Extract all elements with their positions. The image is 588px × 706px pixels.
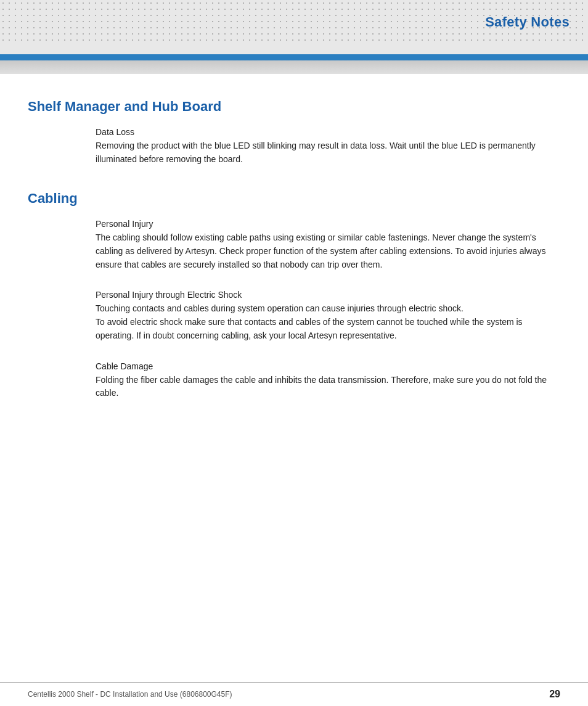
header-title-area: Safety Notes (0, 0, 588, 44)
section-shelf-manager: Shelf Manager and Hub Board Data Loss Re… (28, 99, 560, 166)
blue-stripe (0, 54, 588, 60)
section-heading-shelf-manager: Shelf Manager and Hub Board (28, 99, 560, 115)
footer-left-text: Centellis 2000 Shelf - DC Installation a… (28, 690, 232, 699)
note-block-personal-injury: Personal Injury The cabling should follo… (96, 219, 560, 271)
section-cabling: Cabling Personal Injury The cabling shou… (28, 191, 560, 400)
note-body-data-loss: Removing the product with the blue LED s… (96, 139, 560, 166)
gray-bar (0, 60, 588, 74)
note-body-electric-shock: Touching contacts and cables during syst… (96, 302, 560, 342)
note-block-cable-damage: Cable Damage Folding the fiber cable dam… (96, 361, 560, 400)
note-block-electric-shock: Personal Injury through Electric Shock T… (96, 290, 560, 342)
footer-page-number: 29 (549, 689, 560, 700)
content-area: Shelf Manager and Hub Board Data Loss Re… (0, 74, 588, 456)
section-heading-cabling: Cabling (28, 191, 560, 207)
note-body-cable-damage: Folding the fiber cable damages the cabl… (96, 374, 560, 400)
note-title-personal-injury: Personal Injury (96, 219, 560, 229)
note-block-data-loss: Data Loss Removing the product with the … (96, 127, 560, 166)
header: Safety Notes (0, 0, 588, 54)
note-title-electric-shock: Personal Injury through Electric Shock (96, 290, 560, 300)
footer: Centellis 2000 Shelf - DC Installation a… (0, 682, 588, 706)
note-title-cable-damage: Cable Damage (96, 361, 560, 371)
note-title-data-loss: Data Loss (96, 127, 560, 137)
page-title: Safety Notes (485, 14, 570, 30)
note-body-personal-injury: The cabling should follow existing cable… (96, 231, 560, 271)
